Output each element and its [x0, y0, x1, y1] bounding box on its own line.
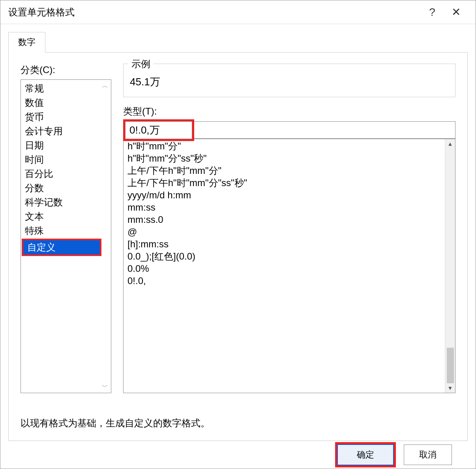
scroll-down-icon[interactable]: ﹀	[101, 383, 109, 390]
format-item[interactable]: h"时"mm"分"ss"秒"	[124, 152, 445, 164]
category-item-currency[interactable]: 货币	[21, 110, 111, 124]
format-cells-dialog: 设置单元格格式 ? ✕ 数字 分类(C): ︿ 常规 数值 货币 会计专用 日期…	[0, 0, 476, 469]
tab-panel-number: 分类(C): ︿ 常规 数值 货币 会计专用 日期 时间 百分比 分数 科学记数…	[8, 52, 468, 441]
category-item-percentage[interactable]: 百分比	[21, 167, 111, 181]
ok-button[interactable]: 确定	[337, 444, 394, 465]
format-item[interactable]: yyyy/m/d h:mm	[124, 189, 445, 201]
category-listbox[interactable]: ︿ 常规 数值 货币 会计专用 日期 时间 百分比 分数 科学记数 文本 特殊 …	[21, 79, 111, 393]
category-item-time[interactable]: 时间	[21, 153, 111, 167]
cancel-button[interactable]: 取消	[404, 445, 452, 465]
sample-label: 示例	[128, 58, 154, 70]
format-item[interactable]: mm:ss	[124, 201, 445, 213]
format-item[interactable]: 0!.0,	[124, 275, 445, 287]
annotation-highlight-category: 自定义	[22, 239, 101, 256]
sample-value: 45.1万	[130, 68, 449, 89]
scroll-up-icon[interactable]: ︿	[101, 82, 109, 89]
type-input-extension	[194, 121, 455, 139]
format-item[interactable]: 0.0%	[124, 262, 445, 275]
category-item-special[interactable]: 特殊	[21, 224, 111, 238]
format-item[interactable]: 上午/下午h"时"mm"分"	[124, 164, 445, 177]
category-item-custom[interactable]: 自定义	[23, 240, 100, 254]
category-label: 分类(C):	[21, 64, 111, 76]
category-item-number[interactable]: 数值	[21, 96, 111, 110]
category-item-date[interactable]: 日期	[21, 138, 111, 153]
annotation-highlight-type	[123, 119, 194, 141]
scroll-up-icon[interactable]: ▲	[448, 141, 453, 147]
close-button[interactable]: ✕	[444, 6, 468, 19]
category-item-fraction[interactable]: 分数	[21, 181, 111, 195]
dialog-title: 设置单元格格式	[8, 6, 420, 19]
help-button[interactable]: ?	[420, 6, 444, 19]
dialog-body: 数字 分类(C): ︿ 常规 数值 货币 会计专用 日期 时间 百分比 分数	[0, 24, 476, 469]
description-text: 以现有格式为基础，生成自定义的数字格式。	[21, 417, 455, 429]
format-item[interactable]: 上午/下午h"时"mm"分"ss"秒"	[124, 177, 445, 189]
format-item[interactable]: @	[124, 226, 445, 238]
sample-groupbox: 示例 45.1万	[123, 64, 455, 97]
scroll-down-icon[interactable]: ▼	[448, 385, 453, 391]
scroll-thumb[interactable]	[447, 348, 454, 383]
titlebar: 设置单元格格式 ? ✕	[0, 0, 476, 24]
tab-number[interactable]: 数字	[8, 32, 45, 53]
category-item-accounting[interactable]: 会计专用	[21, 124, 111, 138]
format-item[interactable]: 0.0_);[红色](0.0)	[124, 250, 445, 262]
format-scrollbar[interactable]: ▲ ▼	[445, 139, 455, 393]
category-item-scientific[interactable]: 科学记数	[21, 195, 111, 209]
tab-strip: 数字	[8, 32, 468, 53]
category-item-general[interactable]: 常规	[21, 81, 111, 96]
dialog-footer: 确定 取消	[8, 441, 468, 469]
type-input[interactable]	[125, 121, 192, 139]
category-item-text[interactable]: 文本	[21, 209, 111, 224]
type-label: 类型(T):	[123, 105, 455, 118]
format-item[interactable]: h"时"mm"分"	[124, 140, 445, 152]
format-item[interactable]: [h]:mm:ss	[124, 238, 445, 250]
format-item[interactable]: mm:ss.0	[124, 213, 445, 226]
annotation-highlight-ok: 确定	[335, 442, 396, 467]
format-listbox[interactable]: h"时"mm"分" h"时"mm"分"ss"秒" 上午/下午h"时"mm"分" …	[124, 139, 445, 393]
format-listbox-wrap: h"时"mm"分" h"时"mm"分"ss"秒" 上午/下午h"时"mm"分" …	[123, 139, 455, 393]
